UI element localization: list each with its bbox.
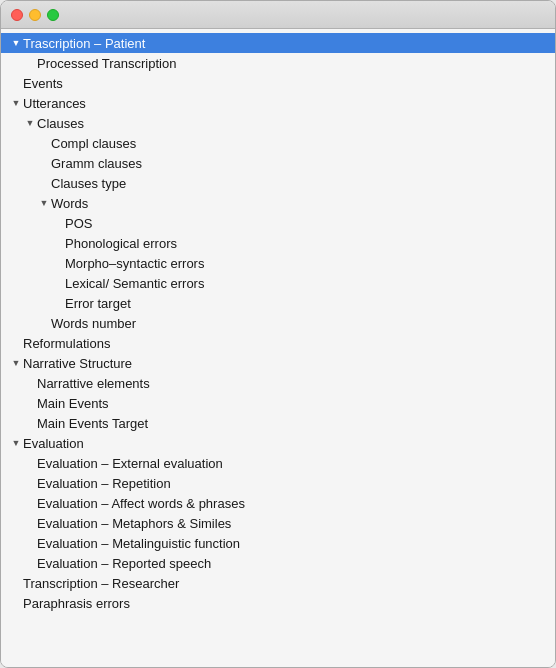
tree-item-transcription-researcher[interactable]: Transcription – Researcher [1, 573, 555, 593]
item-label: Transcription – Researcher [23, 576, 179, 591]
tree-item-narrative-structure[interactable]: Narrative Structure [1, 353, 555, 373]
maximize-button[interactable] [47, 9, 59, 21]
tree-item-clauses-type[interactable]: Clauses type [1, 173, 555, 193]
minimize-button[interactable] [29, 9, 41, 21]
tree-item-lexical-semantic-errors[interactable]: Lexical/ Semantic errors [1, 273, 555, 293]
tree-item-trascription-patient[interactable]: Trascription – Patient [1, 33, 555, 53]
item-label: Clauses [37, 116, 84, 131]
item-label: Words number [51, 316, 136, 331]
window: Trascription – PatientProcessed Transcri… [0, 0, 556, 668]
triangle-icon [9, 358, 23, 368]
item-label: Gramm clauses [51, 156, 142, 171]
triangle-icon [9, 38, 23, 48]
triangle-icon [37, 198, 51, 208]
tree-item-evaluation-reported[interactable]: Evaluation – Reported speech [1, 553, 555, 573]
tree-item-evaluation[interactable]: Evaluation [1, 433, 555, 453]
item-label: Evaluation – Reported speech [37, 556, 211, 571]
item-label: Evaluation – Metaphors & Similes [37, 516, 231, 531]
tree-item-evaluation-external[interactable]: Evaluation – External evaluation [1, 453, 555, 473]
item-label: Compl clauses [51, 136, 136, 151]
item-label: Reformulations [23, 336, 110, 351]
item-label: Narrattive elements [37, 376, 150, 391]
item-label: Utterances [23, 96, 86, 111]
item-label: Error target [65, 296, 131, 311]
tree-item-compl-clauses[interactable]: Compl clauses [1, 133, 555, 153]
item-label: Evaluation – Affect words & phrases [37, 496, 245, 511]
tree-item-words[interactable]: Words [1, 193, 555, 213]
item-label: Evaluation – Repetition [37, 476, 171, 491]
tree-item-narrattive-elements[interactable]: Narrattive elements [1, 373, 555, 393]
item-label: Events [23, 76, 63, 91]
tree-item-utterances[interactable]: Utterances [1, 93, 555, 113]
close-button[interactable] [11, 9, 23, 21]
tree-item-evaluation-metaphors[interactable]: Evaluation – Metaphors & Similes [1, 513, 555, 533]
tree-item-error-target[interactable]: Error target [1, 293, 555, 313]
item-label: POS [65, 216, 92, 231]
triangle-icon [9, 438, 23, 448]
triangle-icon [23, 118, 37, 128]
tree-item-gramm-clauses[interactable]: Gramm clauses [1, 153, 555, 173]
tree-item-morpho-syntactic-errors[interactable]: Morpho–syntactic errors [1, 253, 555, 273]
item-label: Phonological errors [65, 236, 177, 251]
item-label: Narrative Structure [23, 356, 132, 371]
item-label: Morpho–syntactic errors [65, 256, 204, 271]
tree-item-events[interactable]: Events [1, 73, 555, 93]
item-label: Trascription – Patient [23, 36, 145, 51]
tree-item-phonological-errors[interactable]: Phonological errors [1, 233, 555, 253]
item-label: Evaluation – External evaluation [37, 456, 223, 471]
tree-item-clauses[interactable]: Clauses [1, 113, 555, 133]
item-label: Main Events Target [37, 416, 148, 431]
item-label: Processed Transcription [37, 56, 176, 71]
tree-item-main-events[interactable]: Main Events [1, 393, 555, 413]
title-bar [1, 1, 555, 29]
tree-container[interactable]: Trascription – PatientProcessed Transcri… [1, 29, 555, 667]
traffic-lights [11, 9, 59, 21]
tree-item-reformulations[interactable]: Reformulations [1, 333, 555, 353]
item-label: Clauses type [51, 176, 126, 191]
triangle-icon [9, 98, 23, 108]
tree-item-main-events-target[interactable]: Main Events Target [1, 413, 555, 433]
tree-item-evaluation-repetition[interactable]: Evaluation – Repetition [1, 473, 555, 493]
tree-item-paraphrasis-errors[interactable]: Paraphrasis errors [1, 593, 555, 613]
item-label: Evaluation [23, 436, 84, 451]
tree-item-processed-transcription[interactable]: Processed Transcription [1, 53, 555, 73]
item-label: Lexical/ Semantic errors [65, 276, 204, 291]
tree-item-pos[interactable]: POS [1, 213, 555, 233]
tree-item-words-number[interactable]: Words number [1, 313, 555, 333]
tree-item-evaluation-metalinguistic[interactable]: Evaluation – Metalinguistic function [1, 533, 555, 553]
item-label: Paraphrasis errors [23, 596, 130, 611]
item-label: Evaluation – Metalinguistic function [37, 536, 240, 551]
item-label: Main Events [37, 396, 109, 411]
tree-item-evaluation-affect[interactable]: Evaluation – Affect words & phrases [1, 493, 555, 513]
item-label: Words [51, 196, 88, 211]
